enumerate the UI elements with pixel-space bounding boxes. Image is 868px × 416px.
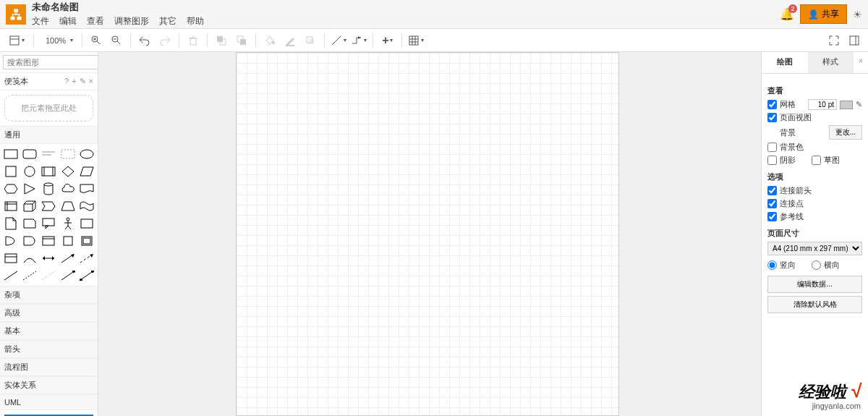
category-arrows[interactable]: 箭头 <box>0 340 98 358</box>
change-background-button[interactable]: 更改... <box>829 125 862 140</box>
waypoints-icon[interactable] <box>349 32 368 49</box>
zoom-out-icon[interactable] <box>107 32 126 49</box>
category-uml[interactable]: UML <box>0 394 98 410</box>
menu-extras[interactable]: 其它 <box>159 15 176 27</box>
shape-triangle[interactable] <box>22 182 38 196</box>
shape-circle[interactable] <box>22 164 38 179</box>
zoom-in-icon[interactable] <box>87 32 106 49</box>
shadow-checkbox[interactable] <box>767 156 777 165</box>
connect-arrow-checkbox[interactable] <box>767 186 777 195</box>
category-basic[interactable]: 基本 <box>0 322 98 340</box>
notifications-icon[interactable]: 🔔2 <box>780 7 794 21</box>
shape-rectangle[interactable] <box>3 147 19 161</box>
page-size-select[interactable]: A4 (210 mm x 297 mm) <box>767 242 862 255</box>
zoom-dropdown[interactable]: 100% <box>38 32 77 49</box>
edit-data-button[interactable]: 编辑数据... <box>767 276 862 293</box>
shape-text[interactable] <box>41 147 56 161</box>
shape-textbox[interactable] <box>60 147 76 161</box>
delete-icon[interactable] <box>184 32 203 49</box>
format-panel-icon[interactable] <box>845 32 864 49</box>
scratchpad-edit-icon[interactable]: ✎ <box>80 77 86 86</box>
page[interactable] <box>236 52 619 416</box>
share-button[interactable]: 👤共享 <box>800 4 847 24</box>
guide-line-checkbox[interactable] <box>767 212 777 221</box>
scratchpad-dropzone[interactable]: 把元素拖至此处 <box>4 95 93 122</box>
grid-size-input[interactable] <box>808 99 837 110</box>
table-icon[interactable] <box>407 32 425 49</box>
shape-note[interactable] <box>3 216 19 231</box>
menu-edit[interactable]: 编辑 <box>59 15 77 27</box>
menu-view[interactable]: 查看 <box>87 15 104 27</box>
canvas[interactable] <box>98 52 761 416</box>
shape-actor[interactable] <box>60 216 76 231</box>
shape-dotted-line[interactable] <box>41 268 56 283</box>
shape-cylinder[interactable] <box>41 182 56 196</box>
shape-step[interactable] <box>41 199 56 213</box>
category-flowchart[interactable]: 流程图 <box>0 358 98 376</box>
shape-container[interactable] <box>79 216 95 231</box>
menu-help[interactable]: 帮助 <box>187 15 204 27</box>
shape-tape[interactable] <box>79 199 95 213</box>
shape-bidirectional-arrow[interactable] <box>41 251 56 266</box>
grid-checkbox[interactable] <box>767 100 777 109</box>
bgcolor-checkbox[interactable] <box>767 143 777 152</box>
shape-or[interactable] <box>3 234 19 248</box>
category-misc[interactable]: 杂项 <box>0 286 98 304</box>
category-general[interactable]: 通用 <box>0 126 98 144</box>
tab-draw[interactable]: 绘图 <box>762 52 808 73</box>
shape-double-rect[interactable] <box>79 234 95 248</box>
shape-curve[interactable] <box>22 251 38 266</box>
shape-list[interactable] <box>3 251 19 266</box>
settings-icon[interactable]: ☀ <box>853 9 862 20</box>
page-setup-button[interactable] <box>4 32 29 49</box>
line-color-icon[interactable] <box>281 32 299 49</box>
shape-ellipse[interactable] <box>79 147 95 161</box>
shape-dashed-line[interactable] <box>22 268 38 283</box>
category-advanced[interactable]: 高级 <box>0 304 98 322</box>
grid-color-swatch[interactable] <box>840 101 853 109</box>
document-title[interactable]: 未命名绘图 <box>32 1 780 14</box>
menu-arrange[interactable]: 调整图形 <box>114 15 149 27</box>
shape-card[interactable] <box>22 216 38 231</box>
connect-point-checkbox[interactable] <box>767 199 777 208</box>
insert-icon[interactable]: + <box>378 32 397 49</box>
category-er[interactable]: 实体关系 <box>0 376 98 394</box>
to-back-icon[interactable] <box>232 32 251 49</box>
scratchpad-help-icon[interactable]: ? <box>64 77 69 86</box>
pageview-checkbox[interactable] <box>767 113 777 122</box>
undo-icon[interactable] <box>135 32 154 49</box>
search-shapes-input[interactable] <box>3 55 98 69</box>
shape-link1[interactable] <box>60 268 76 283</box>
shape-diamond[interactable] <box>60 164 76 179</box>
portrait-radio[interactable] <box>767 260 777 270</box>
shape-trapezoid[interactable] <box>60 199 76 213</box>
tab-style[interactable]: 样式 <box>808 52 854 73</box>
shape-cube[interactable] <box>22 199 38 213</box>
shape-parallelogram[interactable] <box>79 164 95 179</box>
scratchpad-add-icon[interactable]: + <box>72 77 76 86</box>
redo-icon[interactable] <box>156 32 174 49</box>
shape-callout[interactable] <box>41 216 56 231</box>
shape-hexagon[interactable] <box>3 182 19 196</box>
tab-close-icon[interactable]: × <box>854 52 868 73</box>
connection-icon[interactable] <box>329 32 348 49</box>
shape-arrow[interactable] <box>60 251 76 266</box>
shadow-icon[interactable] <box>301 32 320 49</box>
clear-style-button[interactable]: 清除默认风格 <box>767 296 862 313</box>
shape-document[interactable] <box>79 182 95 196</box>
shape-cloud[interactable] <box>60 182 76 196</box>
shape-square[interactable] <box>3 164 19 179</box>
shape-data-store[interactable] <box>41 234 56 248</box>
shape-internal-storage[interactable] <box>3 199 19 213</box>
sketch-checkbox[interactable] <box>812 156 821 165</box>
menu-file[interactable]: 文件 <box>32 15 49 27</box>
shape-link2[interactable] <box>79 268 95 283</box>
scratchpad-close-icon[interactable]: × <box>89 77 93 86</box>
grid-edit-icon[interactable]: ✎ <box>856 100 862 109</box>
shape-rounded-rect[interactable] <box>22 147 38 161</box>
shape-and[interactable] <box>22 234 38 248</box>
shape-line[interactable] <box>3 268 19 283</box>
shape-dashed-arrow[interactable] <box>79 251 95 266</box>
fill-color-icon[interactable] <box>260 32 279 49</box>
scratchpad-label[interactable]: 便笺本 <box>4 76 64 87</box>
